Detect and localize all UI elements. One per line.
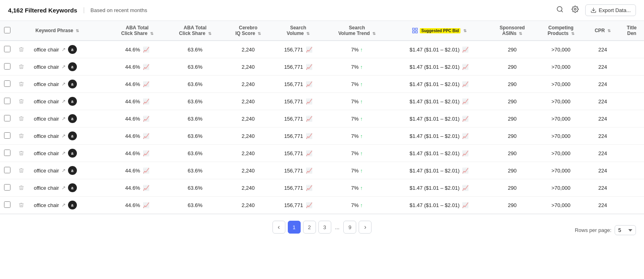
ppc-chart-icon-3[interactable]: 📈 [462,98,469,105]
aba1-chart-icon-3[interactable]: 📈 [143,98,149,105]
amazon-badge-5[interactable]: a [68,131,77,140]
delete-button-1[interactable] [18,63,25,70]
amazon-badge-2[interactable]: a [68,80,77,88]
settings-button[interactable] [570,4,580,16]
row-checkbox-cell[interactable] [0,41,14,58]
sv-chart-icon-7[interactable]: 📈 [306,168,312,174]
row-checkbox-cell[interactable] [0,145,14,162]
row-checkbox-3[interactable] [4,98,10,104]
page-3-button[interactable]: 3 [318,221,331,234]
sv-chart-icon-6[interactable]: 📈 [306,150,312,156]
external-link-icon-3[interactable]: ↗ [62,98,66,104]
row-checkbox-0[interactable] [4,46,10,52]
page-2-button[interactable]: 2 [303,221,316,234]
ppc-chart-icon-0[interactable]: 📈 [462,47,469,53]
ppc-chart-icon-2[interactable]: 📈 [462,81,469,87]
suggested-ppc-header[interactable]: Suggested PPC Bid ⇅ [390,21,489,41]
delete-button-8[interactable] [18,184,25,191]
ppc-chart-icon-5[interactable]: 📈 [462,133,469,139]
ppc-chart-icon-4[interactable]: 📈 [462,116,469,122]
delete-button-2[interactable] [18,80,25,88]
aba1-chart-icon-4[interactable]: 📈 [143,116,149,122]
select-all-checkbox[interactable] [4,27,10,33]
search-button[interactable] [555,4,565,16]
amazon-badge-1[interactable]: a [68,62,77,71]
aba1-chart-icon-1[interactable]: 📈 [143,64,149,70]
row-checkbox-7[interactable] [4,167,10,173]
ppc-chart-icon-7[interactable]: 📈 [462,168,469,174]
ppc-chart-icon-1[interactable]: 📈 [462,64,469,70]
row-checkbox-1[interactable] [4,63,10,70]
sv-chart-icon-8[interactable]: 📈 [306,185,312,191]
delete-button-5[interactable] [18,132,25,140]
row-checkbox-cell[interactable] [0,179,14,197]
delete-cell-7[interactable] [14,162,31,179]
sv-chart-icon-1[interactable]: 📈 [306,64,312,70]
ppc-chart-icon-9[interactable]: 📈 [462,202,469,208]
cpr-header[interactable]: CPR ⇅ [586,21,619,41]
row-checkbox-4[interactable] [4,115,10,121]
sv-chart-icon-5[interactable]: 📈 [306,133,312,139]
row-checkbox-6[interactable] [4,150,10,156]
ppc-chart-icon-8[interactable]: 📈 [462,185,469,191]
search-volume-header[interactable]: SearchVolume ⇅ [272,21,324,41]
delete-button-7[interactable] [18,167,25,174]
row-checkbox-2[interactable] [4,80,10,87]
delete-cell-3[interactable] [14,93,31,110]
competing-products-header[interactable]: CompetingProducts ⇅ [536,21,586,41]
page-1-button[interactable]: 1 [288,221,301,234]
keyword-header[interactable]: Keyword Phrase ⇅ [31,21,108,41]
page-9-button[interactable]: 9 [343,221,356,234]
external-link-icon-0[interactable]: ↗ [62,47,66,52]
delete-cell-2[interactable] [14,76,31,93]
delete-cell-4[interactable] [14,110,31,127]
row-checkbox-cell[interactable] [0,76,14,93]
amazon-badge-0[interactable]: a [68,45,77,54]
search-volume-trend-header[interactable]: SearchVolume Trend ⇅ [324,21,390,41]
sv-chart-icon-4[interactable]: 📈 [306,116,312,122]
external-link-icon-7[interactable]: ↗ [62,168,66,173]
external-link-icon-4[interactable]: ↗ [62,116,66,121]
aba1-chart-icon-6[interactable]: 📈 [143,150,149,156]
amazon-badge-6[interactable]: a [68,149,77,158]
external-link-icon-8[interactable]: ↗ [62,185,66,191]
ppc-chart-icon-6[interactable]: 📈 [462,150,469,156]
external-link-icon-1[interactable]: ↗ [62,64,66,70]
aba1-chart-icon-9[interactable]: 📈 [143,202,149,208]
aba1-chart-icon-7[interactable]: 📈 [143,168,149,174]
aba1-chart-icon-8[interactable]: 📈 [143,185,149,191]
row-checkbox-cell[interactable] [0,110,14,127]
delete-button-0[interactable] [18,46,25,53]
delete-cell-6[interactable] [14,145,31,162]
aba-click-share-1-header[interactable]: ABA TotalClick Share ⇅ [108,21,166,41]
delete-cell-9[interactable] [14,197,31,214]
delete-cell-1[interactable] [14,58,31,76]
external-link-icon-5[interactable]: ↗ [62,133,66,139]
external-link-icon-2[interactable]: ↗ [62,81,66,87]
select-all-cell[interactable] [0,21,14,41]
amazon-badge-9[interactable]: a [68,201,77,209]
amazon-badge-7[interactable]: a [68,166,77,175]
amazon-badge-3[interactable]: a [68,97,77,106]
amazon-badge-4[interactable]: a [68,114,77,123]
amazon-badge-8[interactable]: a [68,183,77,192]
aba1-chart-icon-2[interactable]: 📈 [143,81,149,87]
sv-chart-icon-3[interactable]: 📈 [306,98,312,105]
delete-cell-8[interactable] [14,179,31,197]
aba1-chart-icon-5[interactable]: 📈 [143,133,149,139]
delete-button-4[interactable] [18,115,25,122]
row-checkbox-cell[interactable] [0,93,14,110]
sv-chart-icon-0[interactable]: 📈 [306,47,312,53]
row-checkbox-cell[interactable] [0,162,14,179]
row-checkbox-cell[interactable] [0,197,14,214]
rows-per-page-select[interactable]: 5 10 25 50 [615,225,636,235]
next-page-button[interactable]: › [359,221,372,234]
aba-click-share-2-header[interactable]: ABA TotalClick Share ⇅ [166,21,224,41]
export-button[interactable]: Export Data... [585,4,636,16]
sv-chart-icon-2[interactable]: 📈 [306,81,312,87]
delete-button-3[interactable] [18,98,25,105]
prev-page-button[interactable]: ‹ [272,221,285,234]
row-checkbox-cell[interactable] [0,58,14,76]
row-checkbox-cell[interactable] [0,127,14,145]
delete-button-6[interactable] [18,150,25,157]
